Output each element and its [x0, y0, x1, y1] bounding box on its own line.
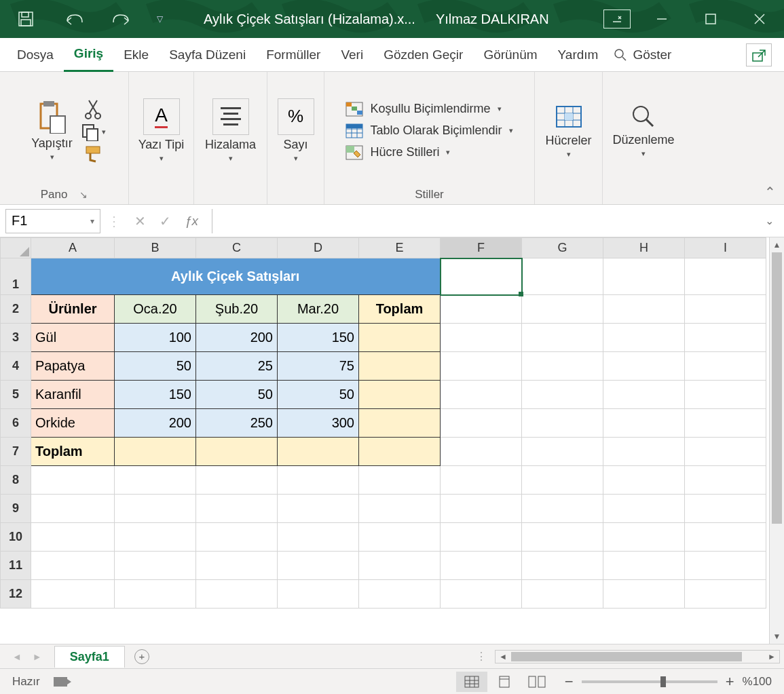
col-header[interactable]: D: [278, 238, 359, 258]
cell[interactable]: Aylık Çiçek Satışları: [31, 258, 441, 295]
collapse-ribbon-icon[interactable]: ⌃: [764, 184, 776, 200]
tab-data[interactable]: Veri: [331, 38, 373, 72]
row-header[interactable]: 1: [1, 258, 31, 295]
tab-split-handle[interactable]: ⋮: [476, 650, 488, 663]
font-group-button[interactable]: A Yazı Tipi▾: [132, 98, 191, 163]
row-header[interactable]: 4: [1, 352, 31, 381]
worksheet-grid[interactable]: A B C D E F G H I 1 Aylık Çiçek Satışlar…: [0, 237, 769, 644]
cell[interactable]: Papatya: [31, 352, 115, 381]
cell[interactable]: 200: [196, 324, 278, 352]
zoom-in-button[interactable]: +: [726, 673, 734, 691]
col-header[interactable]: B: [115, 238, 196, 258]
col-header[interactable]: A: [31, 238, 115, 258]
row-header[interactable]: 9: [1, 495, 31, 523]
conditional-formatting-button[interactable]: Koşullu Biçimlendirme▾: [346, 102, 512, 117]
col-header[interactable]: F: [441, 238, 522, 258]
zoom-slider[interactable]: [582, 680, 717, 683]
maximize-button[interactable]: [686, 0, 735, 38]
ribbon-display-options-icon[interactable]: [603, 9, 631, 28]
clipboard-dialog-launcher-icon[interactable]: ↘: [79, 189, 88, 200]
row-header[interactable]: 3: [1, 324, 31, 352]
close-button[interactable]: [735, 0, 784, 38]
row-header[interactable]: 8: [1, 466, 31, 495]
row-header[interactable]: 5: [1, 381, 31, 409]
insert-function-icon[interactable]: ƒx: [185, 214, 198, 229]
cell[interactable]: [359, 352, 441, 381]
col-header[interactable]: G: [522, 238, 603, 258]
select-all-corner[interactable]: [1, 238, 31, 258]
cell[interactable]: Orkide: [31, 409, 115, 438]
cell[interactable]: 25: [196, 352, 278, 381]
cell[interactable]: [359, 409, 441, 438]
cell[interactable]: Gül: [31, 324, 115, 352]
cell[interactable]: 50: [278, 381, 359, 409]
cell[interactable]: 150: [115, 381, 196, 409]
cell[interactable]: Toplam: [359, 295, 441, 324]
scrollbar-thumb[interactable]: [511, 652, 742, 661]
number-group-button[interactable]: % Sayı▾: [267, 98, 325, 163]
minimize-button[interactable]: [637, 0, 686, 38]
row-header[interactable]: 12: [1, 580, 31, 609]
view-page-layout-icon[interactable]: [489, 672, 520, 692]
qat-customize-icon[interactable]: ▽: [155, 5, 164, 33]
cell[interactable]: 100: [115, 324, 196, 352]
cell[interactable]: Mar.20: [278, 295, 359, 324]
cell-styles-button[interactable]: Hücre Stilleri▾: [346, 145, 512, 160]
vertical-scrollbar[interactable]: ▲ ▼: [769, 237, 784, 644]
tab-help[interactable]: Yardım: [548, 38, 609, 72]
cell[interactable]: [196, 438, 278, 466]
redo-icon[interactable]: [107, 5, 134, 33]
tab-formulas[interactable]: Formüller: [256, 38, 331, 72]
view-normal-icon[interactable]: [456, 672, 487, 692]
horizontal-scrollbar[interactable]: ◄ ►: [495, 650, 780, 663]
tab-scroll-left-icon[interactable]: ◄: [12, 651, 22, 662]
tab-review[interactable]: Gözden Geçir: [373, 38, 473, 72]
cell[interactable]: Şub.20: [196, 295, 278, 324]
col-header[interactable]: I: [685, 238, 766, 258]
row-header[interactable]: 2: [1, 295, 31, 324]
tab-insert[interactable]: Ekle: [113, 38, 159, 72]
tell-me-search[interactable]: Göster: [614, 47, 671, 62]
save-icon[interactable]: [12, 5, 39, 33]
cell[interactable]: Ürünler: [31, 295, 115, 324]
tab-layout[interactable]: Sayfa Düzeni: [159, 38, 256, 72]
undo-icon[interactable]: [60, 5, 87, 33]
copy-button[interactable]: ▾: [81, 123, 106, 141]
cell[interactable]: Karanfil: [31, 381, 115, 409]
editing-group-button[interactable]: Düzenleme▾: [614, 103, 673, 159]
col-header[interactable]: E: [359, 238, 441, 258]
cells-group-button[interactable]: Hücreler▾: [540, 102, 598, 159]
tab-view[interactable]: Görünüm: [473, 38, 547, 72]
cell[interactable]: 75: [278, 352, 359, 381]
cell[interactable]: 50: [115, 352, 196, 381]
share-button[interactable]: [746, 43, 772, 66]
cut-icon[interactable]: [85, 99, 102, 119]
sheet-tab-active[interactable]: Sayfa1: [54, 646, 125, 668]
row-header[interactable]: 11: [1, 552, 31, 580]
col-header[interactable]: C: [196, 238, 278, 258]
new-sheet-button[interactable]: +: [134, 649, 149, 664]
cell[interactable]: [359, 438, 441, 466]
zoom-level[interactable]: %100: [743, 675, 772, 689]
alignment-group-button[interactable]: Hizalama▾: [202, 98, 260, 163]
cell[interactable]: [278, 438, 359, 466]
formula-input[interactable]: [212, 209, 753, 233]
cell[interactable]: 150: [278, 324, 359, 352]
active-cell[interactable]: [441, 258, 522, 295]
paste-button[interactable]: Yapıştır ▾: [23, 100, 81, 162]
cell[interactable]: 300: [278, 409, 359, 438]
tab-home[interactable]: Giriş: [64, 38, 113, 72]
row-header[interactable]: 6: [1, 409, 31, 438]
cell[interactable]: 200: [115, 409, 196, 438]
format-painter-icon[interactable]: [83, 145, 104, 163]
view-page-break-icon[interactable]: [521, 672, 553, 692]
cell[interactable]: Oca.20: [115, 295, 196, 324]
tab-file[interactable]: Dosya: [7, 38, 64, 72]
cell[interactable]: [359, 324, 441, 352]
cell[interactable]: Toplam: [31, 438, 115, 466]
enter-formula-icon[interactable]: ✓: [160, 213, 171, 229]
cell[interactable]: 250: [196, 409, 278, 438]
cell[interactable]: [115, 438, 196, 466]
col-header[interactable]: H: [603, 238, 685, 258]
cell[interactable]: 50: [196, 381, 278, 409]
